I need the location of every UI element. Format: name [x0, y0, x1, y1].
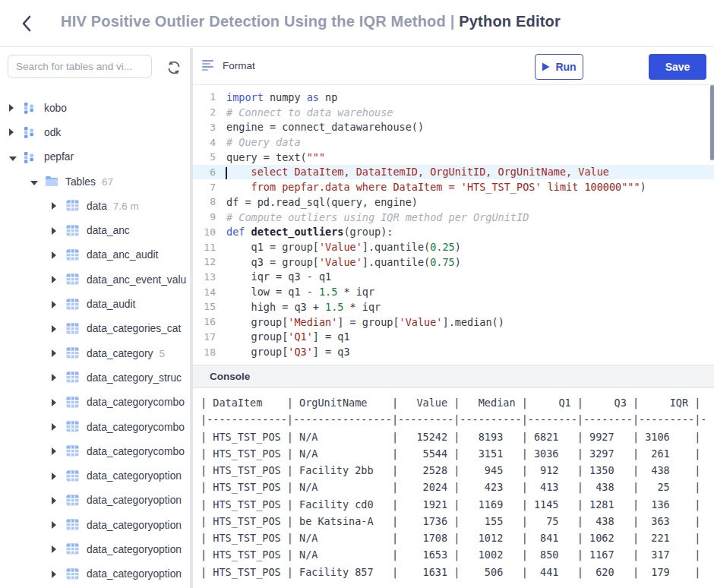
tree-item-label: data_category_struc: [87, 372, 182, 384]
tree-item-data_category_struc[interactable]: data_category_struc: [0, 365, 190, 390]
console-output: | DataItem | OrgUnitName | Value | Media…: [193, 388, 714, 580]
tree-item-label: pepfar: [44, 151, 74, 163]
tree-item-kobo[interactable]: kobo: [0, 96, 190, 120]
table-icon: [66, 470, 79, 482]
code-line-4[interactable]: 4# Query data: [193, 134, 714, 150]
tree-item-odk[interactable]: odk: [0, 120, 190, 144]
code-line-8[interactable]: 8df = pd.read_sql(query, engine): [193, 194, 714, 210]
line-number: 16: [193, 316, 219, 327]
schema-icon: [24, 126, 35, 138]
chevron-right-icon[interactable]: [9, 101, 17, 115]
code-text: # Compute outliers using IQR method per …: [219, 211, 529, 223]
chevron-right-icon[interactable]: [52, 199, 59, 213]
code-line-15[interactable]: 15 high = q3 + 1.5 * iqr: [193, 299, 714, 315]
code-line-10[interactable]: 10def detect_outliers(group):: [193, 224, 714, 239]
chevron-right-icon[interactable]: [52, 396, 59, 409]
code-line-5[interactable]: 5query = text(""": [193, 150, 714, 165]
chevron-right-icon[interactable]: [52, 322, 59, 336]
chevron-right-icon[interactable]: [52, 248, 59, 262]
chevron-right-icon[interactable]: [52, 542, 59, 556]
code-line-17[interactable]: 17 group['Q1'] = q1: [193, 330, 714, 345]
table-icon-wrap: [66, 470, 80, 482]
line-number: 17: [193, 331, 219, 343]
code-line-18[interactable]: 18 group['Q3'] = q3: [193, 344, 714, 359]
code-text: q1 = group['Value'].quantile(0.25): [219, 241, 461, 253]
text-cursor: [226, 167, 227, 179]
code-line-12[interactable]: 12 q3 = group['Value'].quantile(0.75): [193, 254, 714, 270]
table-icon: [66, 273, 79, 285]
schema-icon-wrap: [24, 126, 37, 138]
code-line-9[interactable]: 9# Compute outliers using IQR method per…: [193, 210, 714, 225]
line-number: 4: [193, 137, 219, 148]
tree-item-data_categoryoption[interactable]: data_categoryoption: [0, 463, 190, 488]
tree-item-data_anc[interactable]: data_anc: [0, 218, 190, 242]
tree-item-label: data: [87, 201, 107, 212]
run-button[interactable]: Run: [535, 54, 583, 80]
code-line-1[interactable]: 1import numpy as np: [193, 90, 714, 105]
tree-item-Tables[interactable]: Tables67: [0, 169, 190, 194]
chevron-right-icon[interactable]: [52, 494, 59, 507]
tree-item-label: data_categoryoption: [87, 520, 182, 531]
sidebar: koboodkpepfarTables67data7.6 mdata_ancda…: [0, 48, 190, 588]
code-line-14[interactable]: 14 low = q1 - 1.5 * iqr: [193, 284, 714, 299]
tree-item-data_categoryoption[interactable]: data_categoryoption: [0, 562, 190, 586]
tree-item-data_categories_cat[interactable]: data_categories_cat: [0, 317, 190, 341]
chevron-right-icon[interactable]: [9, 125, 17, 139]
code-line-6[interactable]: 6 select DataItem, DataItemID, OrgUnitID…: [193, 165, 714, 180]
console-body[interactable]: | DataItem | OrgUnitName | Value | Media…: [193, 388, 714, 588]
table-icon-wrap: [66, 421, 80, 433]
chevron-right-icon[interactable]: [52, 224, 59, 238]
tree-item-label: data_categoryoption: [87, 544, 182, 555]
editor-scrollbar[interactable]: [710, 85, 714, 160]
back-button[interactable]: [17, 13, 38, 34]
folder-icon: [45, 175, 58, 187]
tree-item-data_anc_event_valu[interactable]: data_anc_event_valu: [0, 267, 190, 292]
code-text: from pepfar.data where DataItem = 'HTS_T…: [219, 181, 646, 193]
main-panel: Format Run Save 1import numpy as np2# Co…: [193, 48, 714, 588]
tree-item-data_categoryoption[interactable]: data_categoryoption: [0, 488, 190, 513]
tree-item-pepfar[interactable]: pepfar: [0, 145, 190, 169]
format-button[interactable]: Format: [202, 59, 255, 71]
chevron-down-icon[interactable]: [9, 150, 17, 164]
table-icon-wrap: [66, 445, 80, 457]
code-editor[interactable]: 1import numpy as np2# Connect to data wa…: [193, 85, 714, 365]
chevron-right-icon[interactable]: [52, 346, 59, 360]
page-title-main: HIV Positive Outlier Detection Using the…: [61, 13, 446, 30]
chevron-down-icon[interactable]: [30, 175, 38, 188]
chevron-right-icon[interactable]: [52, 567, 59, 581]
code-line-13[interactable]: 13 iqr = q3 - q1: [193, 270, 714, 285]
tree-item-data_categoryoption[interactable]: data_categoryoption: [0, 537, 190, 561]
code-line-7[interactable]: 7 from pepfar.data where DataItem = 'HTS…: [193, 179, 714, 194]
code-line-11[interactable]: 11 q1 = group['Value'].quantile(0.25): [193, 239, 714, 254]
code-text: low = q1 - 1.5 * iqr: [219, 286, 374, 298]
tree-item-data_categorycombo[interactable]: data_categorycombo: [0, 390, 190, 415]
code-text: q3 = group['Value'].quantile(0.75): [219, 256, 461, 268]
tree-item-data_anc_audit[interactable]: data_anc_audit: [0, 243, 190, 267]
code-line-2[interactable]: 2# Connect to data warehouse: [193, 105, 714, 120]
code-line-3[interactable]: 3engine = connect_datawarehouse(): [193, 119, 714, 134]
play-icon: [542, 62, 550, 71]
chevron-right-icon[interactable]: [52, 298, 59, 311]
chevron-right-icon[interactable]: [52, 469, 59, 483]
chevron-right-icon[interactable]: [52, 371, 59, 384]
chevron-right-icon[interactable]: [52, 444, 59, 458]
tree-item-data_categoryoption[interactable]: data_categoryoption: [0, 513, 190, 537]
table-icon: [66, 200, 79, 211]
tree-item-data_category[interactable]: data_category5: [0, 341, 190, 365]
chevron-right-icon[interactable]: [52, 518, 59, 532]
line-number: 11: [193, 242, 219, 253]
code-line-16[interactable]: 16 group['Median'] = group['Value'].medi…: [193, 315, 714, 330]
chevron-right-icon[interactable]: [52, 273, 59, 286]
code-text: iqr = q3 - q1: [219, 270, 331, 283]
line-number: 1: [193, 91, 219, 103]
chevron-right-icon[interactable]: [52, 420, 59, 434]
editor-toolbar: Format Run Save: [193, 48, 714, 85]
save-button[interactable]: Save: [649, 54, 706, 80]
app-header: HIV Positive Outlier Detection Using the…: [0, 0, 714, 47]
tree-item-data_audit[interactable]: data_audit: [0, 292, 190, 316]
tree-item-data[interactable]: data7.6 m: [0, 194, 190, 218]
search-input[interactable]: [8, 55, 152, 78]
tree-item-data_categorycombo[interactable]: data_categorycombo: [0, 439, 190, 463]
tree-item-data_categorycombo[interactable]: data_categorycombo: [0, 415, 190, 439]
refresh-button[interactable]: [166, 59, 182, 76]
